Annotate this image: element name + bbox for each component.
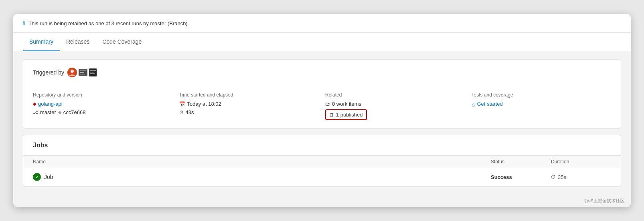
duration-text: 35s (558, 174, 566, 180)
related-label: Related (325, 92, 465, 98)
branch-separator: ◆ (58, 110, 61, 115)
repo-label: Repository and version (33, 92, 173, 98)
work-items-icon: 🗂 (325, 101, 330, 107)
avatar-user (67, 68, 77, 77)
svg-rect-7 (90, 70, 96, 71)
jobs-section-title: Jobs (23, 135, 621, 156)
summary-card: Triggered by (23, 59, 621, 129)
svg-rect-4 (80, 72, 84, 73)
calendar-icon: 📅 (179, 101, 185, 107)
tests-label: Tests and coverage (472, 92, 612, 98)
success-icon: ✓ (33, 173, 41, 181)
tab-code-coverage[interactable]: Code Coverage (96, 33, 148, 51)
job-name-cell: ✓ Job (33, 173, 491, 181)
related-column: Related 🗂 0 work items 🗒 1 published (325, 92, 465, 120)
time-column: Time started and elapsed 📅 Today at 18:0… (179, 92, 319, 120)
published-container: 🗒 1 published (325, 109, 465, 120)
svg-rect-3 (80, 70, 86, 71)
work-items-count: 0 work items (332, 101, 361, 107)
time-started: Today at 18:02 (187, 101, 221, 107)
jobs-card: Jobs Name Status Duration ✓ Job Success … (23, 135, 621, 187)
main-window: ℹ This run is being retained as one of 3… (13, 14, 631, 207)
svg-rect-5 (80, 74, 85, 74)
avatar-icon2 (89, 68, 97, 76)
time-started-row: 📅 Today at 18:02 (179, 101, 319, 107)
branch-name: master (40, 109, 56, 115)
tab-releases[interactable]: Releases (60, 33, 96, 51)
main-content: Triggered by (13, 51, 631, 195)
published-icon: 🗒 (329, 112, 334, 118)
triggered-by-row: Triggered by (33, 68, 611, 84)
commit-hash: ccc7e668 (63, 109, 86, 115)
elapsed-row: ⏱ 43s (179, 109, 319, 115)
clock-icon: ⏱ (179, 110, 184, 115)
info-icon: ℹ (23, 20, 25, 27)
details-grid: Repository and version ◆ golang-api ⎇ ma… (33, 92, 611, 120)
triggered-label: Triggered by (33, 69, 64, 76)
svg-rect-8 (90, 72, 94, 72)
job-status: Success (491, 174, 551, 180)
tests-column: Tests and coverage △ Get started (472, 92, 612, 120)
elapsed-time: 43s (186, 109, 194, 115)
get-started-text: Get started (477, 101, 503, 107)
branch-icon: ⎇ (33, 110, 38, 115)
get-started-link[interactable]: △ Get started (472, 101, 612, 107)
job-name-text: Job (44, 174, 53, 180)
repo-row: ◆ golang-api (33, 101, 173, 107)
banner-text: This run is being retained as one of 3 r… (28, 20, 189, 26)
col-duration: Duration (551, 159, 611, 165)
info-banner: ℹ This run is being retained as one of 3… (13, 14, 631, 33)
watermark: @稀土掘金技术社区 (13, 195, 631, 207)
repo-column: Repository and version ◆ golang-api ⎇ ma… (33, 92, 173, 120)
tests-icon: △ (472, 101, 475, 107)
svg-rect-9 (90, 73, 95, 74)
diamond-icon: ◆ (33, 101, 36, 106)
tab-summary[interactable]: Summary (23, 33, 60, 51)
branch-row: ⎇ master ◆ ccc7e668 (33, 109, 173, 115)
col-status: Status (491, 159, 551, 165)
published-count: 1 published (336, 112, 363, 118)
jobs-table-header: Name Status Duration (23, 156, 621, 168)
avatar-group (67, 68, 97, 77)
time-label: Time started and elapsed (179, 92, 319, 98)
duration-clock-icon: ⏱ (551, 174, 556, 180)
table-row: ✓ Job Success ⏱ 35s (23, 168, 621, 186)
job-duration: ⏱ 35s (551, 174, 611, 180)
avatar-icon1 (79, 69, 87, 76)
published-box[interactable]: 🗒 1 published (325, 109, 367, 120)
svg-point-1 (71, 70, 74, 73)
tabs-bar: Summary Releases Code Coverage (13, 33, 631, 51)
work-items-row: 🗂 0 work items (325, 101, 465, 107)
repo-link[interactable]: golang-api (38, 101, 63, 107)
col-name: Name (33, 159, 491, 165)
